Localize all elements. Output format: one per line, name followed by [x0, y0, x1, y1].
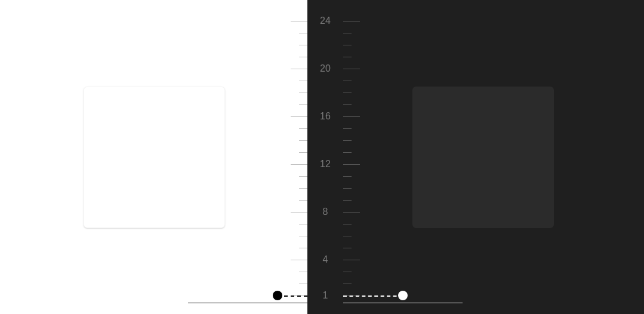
elevation-card-light	[84, 87, 225, 228]
elevation-diagram: 24201612841	[0, 0, 644, 314]
slider-dashed-dark	[343, 295, 403, 297]
slider-rail-light	[188, 303, 307, 303]
elevation-card-dark	[412, 87, 554, 228]
slider-rail-dark	[343, 303, 463, 303]
slider-knob-light[interactable]	[273, 291, 282, 300]
slider-knob-dark[interactable]	[398, 291, 408, 300]
